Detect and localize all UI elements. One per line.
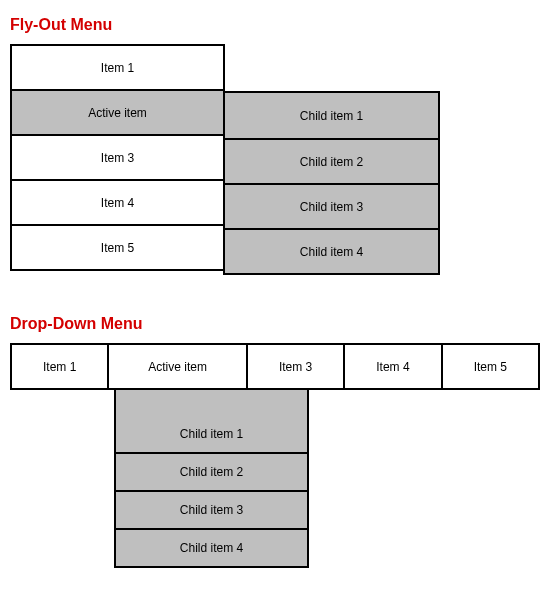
flyout-main-column: Item 1 Active item Item 3 Item 4 Item 5 [10,44,225,271]
flyout-child-4[interactable]: Child item 4 [223,228,440,275]
flyout-item-3[interactable]: Item 3 [10,134,225,181]
dropdown-top-row: Item 1 Active item Item 3 Item 4 Item 5 [10,343,540,390]
dropdown-item-active[interactable]: Active item [107,343,248,390]
flyout-title: Fly-Out Menu [10,16,540,34]
dropdown-item-1[interactable]: Item 1 [10,343,109,390]
dropdown-submenu: Child item 1 Child item 2 Child item 3 C… [114,388,309,568]
flyout-child-label: Child item 1 [300,109,363,123]
flyout-submenu: Child item 1 Child item 2 Child item 3 C… [225,91,440,275]
dropdown-menu: Item 1 Active item Item 3 Item 4 Item 5 … [10,343,540,578]
flyout-item-1[interactable]: Item 1 [10,44,225,91]
dropdown-item-label: Active item [148,360,207,374]
flyout-child-label: Child item 3 [300,200,363,214]
flyout-item-active[interactable]: Active item [10,89,225,136]
flyout-child-2[interactable]: Child item 2 [223,138,440,185]
flyout-item-label: Item 3 [101,151,134,165]
flyout-item-5[interactable]: Item 5 [10,224,225,271]
flyout-item-label: Item 4 [101,196,134,210]
dropdown-child-1[interactable]: Child item 1 [114,388,309,454]
dropdown-child-label: Child item 4 [180,541,243,555]
dropdown-item-4[interactable]: Item 4 [343,343,442,390]
dropdown-item-label: Item 1 [43,360,76,374]
flyout-child-1[interactable]: Child item 1 [223,91,440,140]
dropdown-child-3[interactable]: Child item 3 [114,490,309,530]
dropdown-item-3[interactable]: Item 3 [246,343,345,390]
dropdown-child-label: Child item 1 [180,427,243,441]
flyout-child-label: Child item 2 [300,155,363,169]
dropdown-title: Drop-Down Menu [10,315,540,333]
dropdown-item-label: Item 5 [474,360,507,374]
dropdown-item-5[interactable]: Item 5 [441,343,540,390]
dropdown-child-label: Child item 3 [180,503,243,517]
dropdown-item-label: Item 4 [376,360,409,374]
flyout-item-label: Item 1 [101,61,134,75]
flyout-item-4[interactable]: Item 4 [10,179,225,226]
dropdown-child-label: Child item 2 [180,465,243,479]
flyout-item-label: Active item [88,106,147,120]
flyout-child-label: Child item 4 [300,245,363,259]
flyout-menu: Item 1 Active item Item 3 Item 4 Item 5 … [10,44,440,279]
flyout-item-label: Item 5 [101,241,134,255]
dropdown-child-4[interactable]: Child item 4 [114,528,309,568]
flyout-child-3[interactable]: Child item 3 [223,183,440,230]
dropdown-child-2[interactable]: Child item 2 [114,452,309,492]
dropdown-item-label: Item 3 [279,360,312,374]
